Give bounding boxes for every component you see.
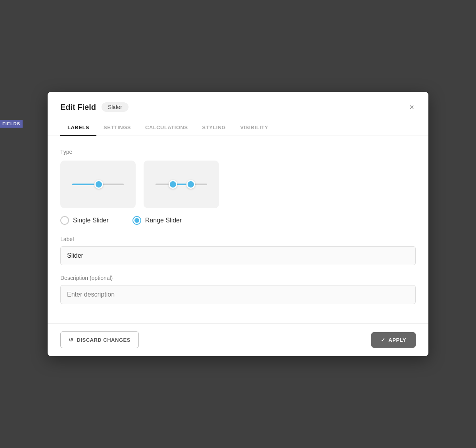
tab-settings[interactable]: SETTINGS [96, 120, 138, 136]
modal-body: Type [48, 136, 428, 323]
tab-calculations[interactable]: CALCULATIONS [138, 120, 195, 136]
description-input[interactable] [60, 285, 416, 304]
apply-check-icon: ✓ [381, 337, 386, 343]
range-slider-thumb-right [186, 180, 195, 189]
tab-bar: LABELS SETTINGS CALCULATIONS STYLING VIS… [48, 120, 428, 136]
type-label: Type [60, 149, 416, 155]
single-slider-thumb [94, 180, 103, 189]
single-slider-card[interactable] [60, 161, 136, 208]
range-slider-thumb-left [169, 180, 177, 189]
single-slider-track [72, 184, 124, 185]
range-slider-card[interactable] [144, 161, 219, 208]
bg-fields-indicator: FIELDS [0, 120, 23, 128]
tab-styling[interactable]: STYLING [195, 120, 233, 136]
range-slider-visual [155, 184, 207, 185]
range-slider-radio-circle [132, 216, 141, 225]
description-section: Description (optional) [60, 275, 416, 304]
modal-footer: ↺ DISCARD CHANGES ✓ APPLY [48, 323, 428, 356]
label-field-label: Label [60, 236, 416, 242]
discard-changes-button[interactable]: ↺ DISCARD CHANGES [60, 331, 139, 348]
modal-title-area: Edit Field Slider [60, 102, 129, 112]
tab-labels[interactable]: LABELS [60, 120, 96, 136]
edit-field-modal: Edit Field Slider × LABELS SETTINGS CALC… [48, 92, 428, 356]
apply-button[interactable]: ✓ APPLY [371, 332, 416, 348]
single-slider-radio-label: Single Slider [73, 217, 109, 224]
type-cards [60, 161, 416, 208]
range-slider-radio[interactable]: Range Slider [132, 216, 182, 225]
modal-title: Edit Field [60, 103, 96, 112]
tab-visibility[interactable]: VISIBILITY [233, 120, 275, 136]
slider-type-radio-group: Single Slider Range Slider [60, 216, 416, 225]
description-field-label: Description (optional) [60, 275, 416, 281]
type-section: Type [60, 149, 416, 225]
single-slider-visual [72, 184, 124, 185]
field-type-badge: Slider [102, 102, 129, 112]
close-button[interactable]: × [408, 101, 416, 113]
discard-label: DISCARD CHANGES [77, 337, 131, 343]
single-slider-radio[interactable]: Single Slider [60, 216, 109, 225]
discard-icon: ↺ [69, 337, 74, 343]
range-slider-radio-label: Range Slider [145, 217, 182, 224]
range-slider-track [155, 184, 207, 185]
single-slider-radio-circle [60, 216, 69, 225]
modal-header: Edit Field Slider × [48, 92, 428, 113]
label-section: Label [60, 236, 416, 265]
apply-label: APPLY [388, 337, 406, 343]
label-input[interactable] [60, 246, 416, 265]
